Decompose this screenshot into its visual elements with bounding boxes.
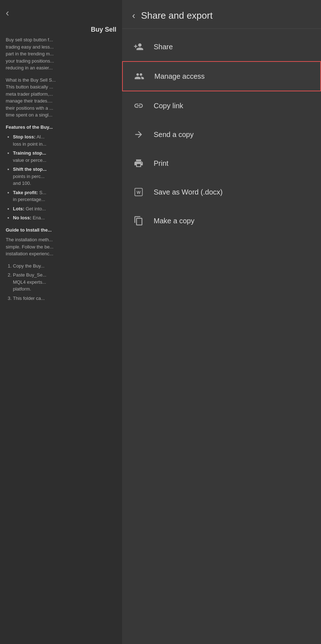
- menu-item-save-word[interactable]: W Save as Word (.docx): [122, 178, 321, 206]
- word-icon: W: [132, 186, 145, 198]
- menu-item-share[interactable]: Share: [122, 32, 321, 61]
- menu-item-send-copy[interactable]: Send a copy: [122, 120, 321, 149]
- share-add-person-icon: [132, 40, 145, 53]
- copy-link-icon: [132, 99, 145, 112]
- svg-text:W: W: [136, 190, 140, 195]
- share-panel-header: ‹ Share and export: [122, 0, 321, 29]
- menu-item-manage-access[interactable]: Manage access: [122, 61, 321, 91]
- menu-item-make-copy[interactable]: Make a copy: [122, 206, 321, 235]
- share-label: Share: [154, 43, 173, 51]
- doc-back-button[interactable]: ‹: [6, 7, 116, 19]
- manage-access-label: Manage access: [154, 72, 205, 81]
- print-icon: [132, 157, 145, 170]
- make-copy-label: Make a copy: [154, 217, 194, 225]
- copy-link-label: Copy link: [154, 102, 183, 110]
- send-copy-icon: [132, 128, 145, 141]
- make-copy-icon: [132, 214, 145, 227]
- share-export-panel: ‹ Share and export Share Manage access: [122, 0, 321, 644]
- save-word-label: Save as Word (.docx): [154, 188, 223, 196]
- menu-item-copy-link[interactable]: Copy link: [122, 91, 321, 120]
- menu-item-print[interactable]: Print: [122, 149, 321, 178]
- document-panel: ‹ Buy Sell Buy sell stop button f...trad…: [0, 0, 122, 644]
- share-menu-items: Share Manage access Copy link: [122, 29, 321, 644]
- manage-access-icon: [133, 70, 146, 83]
- share-panel-title: Share and export: [141, 10, 213, 21]
- doc-body: Buy sell stop button f...trading easy an…: [6, 36, 116, 302]
- send-copy-label: Send a copy: [154, 131, 194, 139]
- print-label: Print: [154, 159, 168, 168]
- share-back-button[interactable]: ‹: [132, 10, 135, 21]
- doc-title: Buy Sell: [6, 26, 116, 33]
